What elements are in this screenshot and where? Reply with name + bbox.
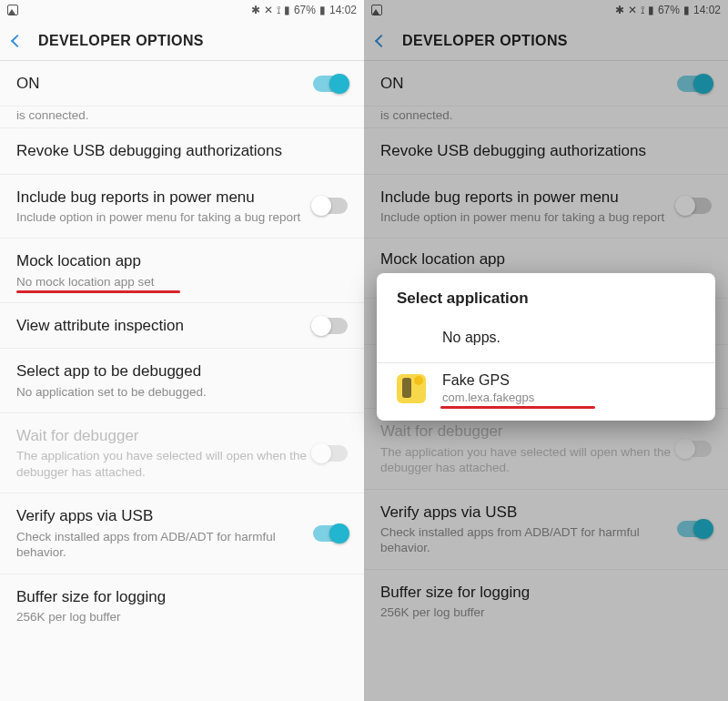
battery-icon: ▮ <box>683 4 690 16</box>
signal-icon: ▮ <box>648 4 654 16</box>
annotation-underline <box>440 406 595 409</box>
viewattr-title: View attribute inspection <box>16 316 313 335</box>
buffer-title: Buffer size for logging <box>380 583 712 602</box>
select-application-dialog: Select application No apps. Fake GPS com… <box>377 273 715 421</box>
waitdbg-title: Wait for debugger <box>380 422 677 441</box>
clock: 14:02 <box>329 4 357 16</box>
wifi-icon: ⟟ <box>641 4 644 16</box>
verify-sub: Check installed apps from ADB/ADT for ha… <box>380 524 677 556</box>
revoke-usb-row[interactable]: Revoke USB debugging authorizations <box>364 128 728 174</box>
revoke-title: Revoke USB debugging authorizations <box>380 141 712 160</box>
waitdbg-toggle <box>677 441 712 457</box>
page-title: DEVELOPER OPTIONS <box>402 33 568 49</box>
verify-usb-row[interactable]: Verify apps via USB Check installed apps… <box>0 493 364 574</box>
bugreport-sub: Include option in power menu for taking … <box>16 209 313 226</box>
waitdbg-title: Wait for debugger <box>16 426 313 445</box>
waitdbg-sub: The application you have selected will o… <box>380 444 677 476</box>
mock-sub: No mock location app set <box>16 274 348 290</box>
picture-icon <box>7 5 18 15</box>
mock-title: Mock location app <box>16 251 348 270</box>
header-bar: DEVELOPER OPTIONS <box>364 20 728 61</box>
verify-toggle[interactable] <box>677 521 712 537</box>
wifi-icon: ⟟ <box>277 4 280 16</box>
header-bar: DEVELOPER OPTIONS <box>0 20 364 61</box>
verify-toggle[interactable] <box>313 525 348 542</box>
buffer-sub: 256K per log buffer <box>380 604 712 621</box>
master-toggle-row[interactable]: ON <box>364 61 728 107</box>
clock: 14:02 <box>693 4 721 16</box>
back-icon[interactable] <box>11 35 24 47</box>
dialog-option-noapps[interactable]: No apps. <box>377 319 715 363</box>
master-toggle-label: ON <box>16 74 313 93</box>
truncated-subtitle: is connected. <box>364 107 728 128</box>
app-package: com.lexa.fakegps <box>442 391 534 404</box>
status-bar: ✱ ✕ ⟟ ▮ 67% ▮ 14:02 <box>0 0 364 20</box>
mute-icon: ✕ <box>628 4 637 16</box>
verify-sub: Check installed apps from ADB/ADT for ha… <box>16 529 313 561</box>
waitdbg-toggle <box>313 445 348 462</box>
selectdbg-sub: No application set to be debugged. <box>16 384 348 401</box>
verify-usb-row[interactable]: Verify apps via USB Check installed apps… <box>364 490 728 570</box>
bugreport-toggle[interactable] <box>677 198 712 214</box>
annotation-underline <box>16 290 180 293</box>
mock-title: Mock location app <box>380 249 712 269</box>
master-toggle-label: ON <box>380 74 677 93</box>
signal-icon: ▮ <box>284 4 290 16</box>
bugreport-title: Include bug reports in power menu <box>380 188 677 207</box>
bugreport-toggle[interactable] <box>313 198 348 214</box>
dialog-title: Select application <box>377 290 715 319</box>
screen-left: ✱ ✕ ⟟ ▮ 67% ▮ 14:02 DEVELOPER OPTIONS ON… <box>0 0 364 701</box>
battery-text: 67% <box>294 4 316 16</box>
buffer-row[interactable]: Buffer size for logging 256K per log buf… <box>364 570 728 634</box>
verify-title: Verify apps via USB <box>380 503 677 522</box>
battery-text: 67% <box>658 4 680 16</box>
verify-title: Verify apps via USB <box>16 506 313 525</box>
master-toggle[interactable] <box>677 76 712 92</box>
viewattr-toggle[interactable] <box>313 318 348 334</box>
bugreport-sub: Include option in power menu for taking … <box>380 209 677 226</box>
master-toggle-row[interactable]: ON <box>0 61 364 107</box>
bluetooth-icon: ✱ <box>615 4 624 16</box>
select-debug-row[interactable]: Select app to be debugged No application… <box>0 349 364 413</box>
bugreport-title: Include bug reports in power menu <box>16 188 313 207</box>
dialog-option-fakegps[interactable]: Fake GPS com.lexa.fakegps <box>377 363 715 410</box>
back-icon[interactable] <box>375 35 388 47</box>
fakegps-app-icon <box>397 374 426 403</box>
buffer-row[interactable]: Buffer size for logging 256K per log buf… <box>0 574 364 638</box>
settings-list[interactable]: ON is connected. Revoke USB debugging au… <box>0 61 364 701</box>
status-bar: ✱ ✕ ⟟ ▮ 67% ▮ 14:02 <box>364 0 728 20</box>
battery-icon: ▮ <box>319 4 326 16</box>
truncated-subtitle: is connected. <box>0 107 364 128</box>
buffer-sub: 256K per log buffer <box>16 609 348 625</box>
wait-debugger-row: Wait for debugger The application you ha… <box>0 413 364 493</box>
master-toggle[interactable] <box>313 76 348 92</box>
app-name: Fake GPS <box>442 372 534 389</box>
page-title: DEVELOPER OPTIONS <box>38 33 204 49</box>
buffer-title: Buffer size for logging <box>16 587 348 606</box>
wait-debugger-row: Wait for debugger The application you ha… <box>364 409 728 489</box>
revoke-title: Revoke USB debugging authorizations <box>16 141 348 160</box>
waitdbg-sub: The application you have selected will o… <box>16 448 313 480</box>
mock-location-row[interactable]: Mock location app No mock location app s… <box>0 239 364 303</box>
picture-icon <box>371 5 382 15</box>
revoke-usb-row[interactable]: Revoke USB debugging authorizations <box>0 128 364 174</box>
bluetooth-icon: ✱ <box>251 4 260 16</box>
bugreport-row[interactable]: Include bug reports in power menu Includ… <box>0 175 364 239</box>
mute-icon: ✕ <box>264 4 273 16</box>
screen-right: ✱ ✕ ⟟ ▮ 67% ▮ 14:02 DEVELOPER OPTIONS ON… <box>364 0 728 701</box>
bugreport-row[interactable]: Include bug reports in power menu Includ… <box>364 175 728 239</box>
view-attr-row[interactable]: View attribute inspection <box>0 303 364 349</box>
selectdbg-title: Select app to be debugged <box>16 361 348 381</box>
